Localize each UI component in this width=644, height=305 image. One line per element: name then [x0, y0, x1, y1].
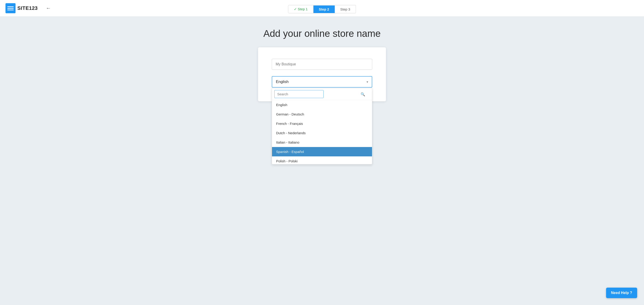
main-content: Add your online store name English ▾ 🔍 E…	[0, 17, 644, 120]
search-icon: 🔍	[360, 92, 365, 96]
step-3[interactable]: Step 3	[335, 6, 356, 13]
header: SITE123 ← ✓ Step 1 Step 2 Step 3	[0, 0, 644, 17]
steps-bar: ✓ Step 1 Step 2 Step 3	[288, 5, 356, 13]
page-title: Add your online store name	[263, 28, 381, 39]
dropdown-search-wrapper: 🔍	[272, 88, 372, 100]
step-2[interactable]: Step 2	[313, 6, 335, 13]
language-dropdown: 🔍 English German - Deutsch French - Fran…	[272, 88, 372, 164]
search-container: 🔍	[274, 90, 370, 98]
language-options-list: English German - Deutsch French - França…	[272, 100, 372, 164]
logo-text: SITE123	[17, 5, 38, 11]
need-help-button[interactable]: Need Help ?	[606, 288, 637, 298]
store-name-input[interactable]	[272, 59, 372, 70]
step-1[interactable]: ✓ Step 1	[288, 5, 314, 13]
language-search-input[interactable]	[274, 90, 324, 98]
language-option-english[interactable]: English	[272, 100, 372, 110]
language-option-polish[interactable]: Polish - Polski	[272, 156, 372, 164]
language-option-german[interactable]: German - Deutsch	[272, 110, 372, 119]
language-select-wrapper: English ▾ 🔍 English German - Deutsch Fre…	[272, 76, 372, 88]
language-option-spanish[interactable]: Spanish - Español	[272, 147, 372, 156]
language-select-trigger[interactable]: English ▾	[272, 76, 372, 88]
language-selected-label: English	[276, 80, 289, 84]
logo: SITE123	[6, 3, 38, 13]
language-option-french[interactable]: French - Français	[272, 119, 372, 128]
form-card: English ▾ 🔍 English German - Deutsch Fre…	[258, 47, 386, 101]
language-option-italian[interactable]: Italian - Italiano	[272, 138, 372, 147]
back-button[interactable]: ←	[44, 4, 53, 12]
chevron-down-icon: ▾	[366, 80, 368, 84]
language-option-dutch[interactable]: Dutch - Nederlands	[272, 128, 372, 138]
logo-icon	[6, 3, 16, 13]
